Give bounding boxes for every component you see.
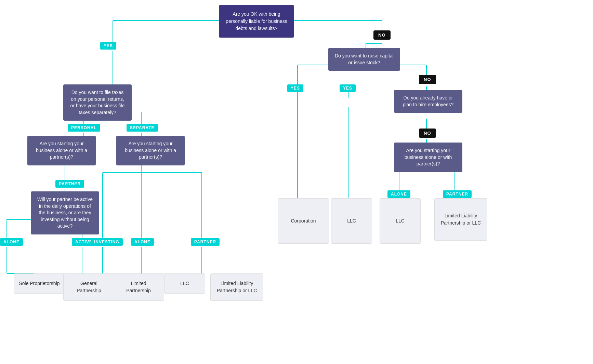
result-llc-2: LLC bbox=[331, 198, 372, 244]
separate-label: SEPARATE bbox=[127, 124, 158, 132]
result-llc-3: LLC bbox=[380, 198, 421, 244]
yes-label-capital: YES bbox=[287, 84, 303, 92]
q-employees: Do you already have or plan to hire empl… bbox=[394, 90, 462, 113]
alone-label-r: ALONE bbox=[387, 190, 410, 198]
result-llp-llc-1: Limited Liability Partnership or LLC bbox=[210, 273, 263, 301]
partner-label-2: PARTNER bbox=[191, 238, 220, 246]
partner-label-r: PARTNER bbox=[443, 190, 472, 198]
q-raise-capital: Do you want to raise capital or issue st… bbox=[328, 48, 400, 71]
personal-label: PERSONAL bbox=[68, 124, 100, 132]
q-alone-personal: Are you starting your business alone or … bbox=[27, 136, 96, 165]
result-sole-proprietorship: Sole Proprietorship bbox=[14, 273, 65, 294]
result-general-partnership: General Partnership bbox=[63, 273, 115, 301]
no-label-root: NO bbox=[373, 32, 391, 38]
q-partner-active: Will your partner be active in the daily… bbox=[31, 191, 99, 234]
root-question: Are you OK with being personally liable … bbox=[219, 5, 294, 38]
flowchart-diagram: Are you OK with being personally liable … bbox=[0, 0, 593, 364]
partner-label: PARTNER bbox=[55, 180, 84, 188]
result-limited-partnership: Limited Partnership bbox=[113, 273, 164, 301]
no-label-employees: NO bbox=[419, 130, 436, 136]
yes-label-capital2: YES bbox=[340, 84, 356, 92]
alone-label-2: ALONE bbox=[131, 238, 154, 246]
q-alone-separate: Are you starting your business alone or … bbox=[116, 136, 185, 165]
connector-lines bbox=[0, 0, 593, 364]
yes-label-root: YES bbox=[100, 42, 116, 50]
result-corporation: Corporation bbox=[278, 198, 329, 244]
alone-label-1: ALONE bbox=[0, 238, 23, 246]
q-alone-right: Are you starting your business alone or … bbox=[394, 143, 462, 172]
q-taxes: Do you want to file taxes on your person… bbox=[63, 84, 132, 121]
no-label-capital: NO bbox=[419, 76, 436, 82]
result-llp-llc-2: Limited Liability Partnership or LLC bbox=[434, 198, 487, 241]
result-llc-1: LLC bbox=[164, 273, 205, 294]
investing-label: INVESTING bbox=[91, 238, 123, 246]
